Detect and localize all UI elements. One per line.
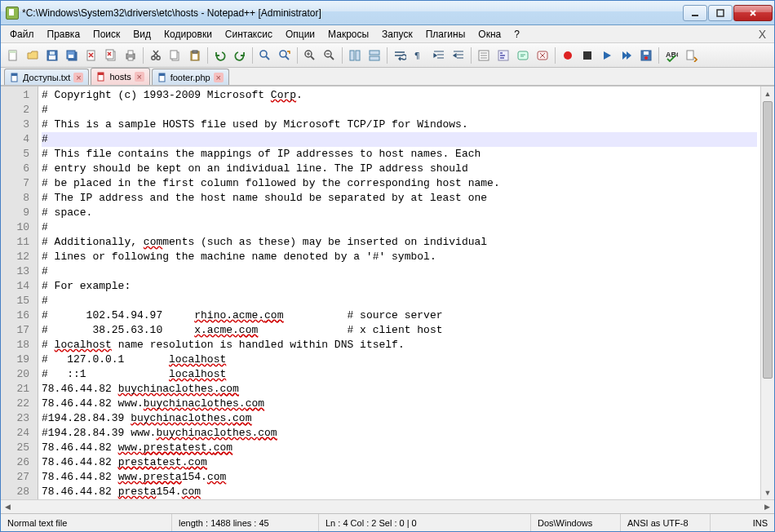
line-number[interactable]: 26: [1, 455, 38, 470]
comment-button[interactable]: [514, 47, 532, 64]
tab-close-icon[interactable]: ×: [73, 73, 83, 82]
record-button[interactable]: [559, 47, 577, 64]
save-button[interactable]: [43, 47, 61, 64]
line-number[interactable]: 1: [1, 88, 38, 103]
tab-hosts[interactable]: hosts×: [91, 68, 149, 85]
stop-button[interactable]: [578, 47, 596, 64]
line-number[interactable]: 18: [1, 338, 38, 352]
line-number[interactable]: 17: [1, 323, 38, 338]
line-number[interactable]: 12: [1, 250, 38, 264]
editor-line[interactable]: 78.46.44.82 www.prestatest.com: [42, 441, 757, 455]
scroll-up-arrow[interactable]: ▲: [761, 86, 774, 100]
open-file-button[interactable]: [24, 47, 42, 64]
editor-line[interactable]: # 127.0.0.1 localhost: [42, 352, 757, 367]
replace-button[interactable]: [276, 47, 294, 64]
editor-line[interactable]: #: [42, 294, 757, 308]
play-multi-button[interactable]: [618, 47, 636, 64]
editor-line[interactable]: # Additionally, comments (such as these)…: [42, 235, 757, 250]
close-button[interactable]: [733, 5, 773, 21]
editor-line[interactable]: #194.28.84.39 www.buychinaclothes.com: [42, 426, 757, 441]
scrollbar-thumb[interactable]: [763, 101, 773, 379]
menu-макросы[interactable]: Макросы: [322, 27, 374, 42]
line-number[interactable]: 23: [1, 411, 38, 426]
editor-line[interactable]: #194.28.84.39 buychinaclothes.com: [42, 411, 757, 426]
line-gutter[interactable]: 1234567891011121314151617181920212223242…: [1, 86, 38, 499]
zoom-out-button[interactable]: [321, 47, 339, 64]
minimize-button[interactable]: [683, 5, 707, 21]
menu-опции[interactable]: Опции: [280, 27, 321, 42]
line-number[interactable]: 9: [1, 206, 38, 220]
titlebar[interactable]: *C:\Windows\System32\drivers\etc\hosts -…: [1, 1, 774, 25]
folder-button[interactable]: [475, 47, 493, 64]
sync-v-button[interactable]: [346, 47, 364, 64]
line-number[interactable]: 2: [1, 103, 38, 117]
text-editor[interactable]: # Copyright (c) 1993-2009 Microsoft Corp…: [38, 86, 760, 499]
close-all-button[interactable]: [102, 47, 120, 64]
tab-footer-php[interactable]: footer.php×: [152, 69, 229, 85]
scroll-down-arrow[interactable]: ▼: [761, 485, 774, 499]
print-button[interactable]: [122, 47, 140, 64]
editor-line[interactable]: #: [42, 132, 757, 147]
maximize-button[interactable]: [708, 5, 733, 21]
horizontal-scrollbar[interactable]: ◀ ▶: [1, 499, 774, 513]
line-number[interactable]: 25: [1, 441, 38, 455]
editor-line[interactable]: #: [42, 264, 757, 279]
tab--txt[interactable]: Доступы.txt×: [4, 69, 89, 85]
line-number[interactable]: 27: [1, 470, 38, 485]
uncomment-button[interactable]: [534, 47, 551, 64]
save-macro-button[interactable]: [637, 47, 655, 64]
zoom-in-button[interactable]: [301, 47, 319, 64]
menu-?[interactable]: ?: [508, 27, 525, 42]
scroll-left-arrow[interactable]: ◀: [1, 500, 15, 513]
line-number[interactable]: 10: [1, 220, 38, 235]
tab-close-icon[interactable]: ×: [214, 73, 224, 82]
editor-line[interactable]: # ::1 localhost: [42, 367, 757, 382]
func-list-button[interactable]: [494, 47, 512, 64]
editor-line[interactable]: # The IP address and the host name shoul…: [42, 191, 757, 206]
editor-line[interactable]: # space.: [42, 206, 757, 220]
tab-close-icon[interactable]: ×: [135, 72, 144, 82]
doc-end-button[interactable]: [682, 47, 700, 64]
editor-line[interactable]: # localhost name resolution is handled w…: [42, 338, 757, 352]
editor-line[interactable]: 78.46.44.82 www.buychinaclothes.com: [42, 397, 757, 411]
undo-button[interactable]: [211, 47, 229, 64]
line-number[interactable]: 20: [1, 367, 38, 382]
line-number[interactable]: 13: [1, 264, 38, 279]
menu-вид[interactable]: Вид: [127, 27, 157, 42]
menu-кодировки[interactable]: Кодировки: [158, 27, 218, 42]
editor-line[interactable]: # lines or following the machine name de…: [42, 250, 757, 264]
scroll-right-arrow[interactable]: ▶: [760, 500, 774, 513]
menu-плагины[interactable]: Плагины: [420, 27, 472, 42]
find-button[interactable]: [256, 47, 274, 64]
editor-line[interactable]: # This is a sample HOSTS file used by Mi…: [42, 117, 757, 132]
new-file-button[interactable]: [4, 47, 22, 64]
menu-правка[interactable]: Правка: [42, 27, 86, 42]
editor-line[interactable]: # entry should be kept on an individual …: [42, 162, 757, 176]
editor-line[interactable]: #: [42, 220, 757, 235]
outdent-button[interactable]: [450, 47, 467, 64]
menu-запуск[interactable]: Запуск: [376, 27, 418, 42]
line-number[interactable]: 4: [1, 132, 38, 147]
vertical-scrollbar[interactable]: ▲ ▼: [760, 86, 774, 499]
editor-line[interactable]: # 102.54.94.97 rhino.acme.com # source s…: [42, 308, 757, 323]
editor-line[interactable]: 78.46.44.82 buychinaclothes.com: [42, 382, 757, 397]
editor-line[interactable]: # This file contains the mappings of IP …: [42, 147, 757, 162]
line-number[interactable]: 21: [1, 382, 38, 397]
cut-button[interactable]: [147, 47, 165, 64]
editor-line[interactable]: # For example:: [42, 279, 757, 294]
mdi-close-button[interactable]: X: [754, 28, 771, 41]
menu-окна[interactable]: Окна: [472, 27, 507, 42]
line-number[interactable]: 22: [1, 397, 38, 411]
menu-синтаксис[interactable]: Синтаксис: [219, 27, 278, 42]
editor-line[interactable]: 78.46.44.82 prestatest.com: [42, 455, 757, 470]
spell-check-button[interactable]: ABC: [662, 47, 680, 64]
line-number[interactable]: 28: [1, 485, 38, 499]
line-number[interactable]: 15: [1, 294, 38, 308]
play-button[interactable]: [598, 47, 616, 64]
line-number[interactable]: 14: [1, 279, 38, 294]
editor-line[interactable]: 78.46.44.82 presta154.com: [42, 485, 757, 499]
paste-button[interactable]: [186, 47, 204, 64]
line-number[interactable]: 24: [1, 426, 38, 441]
line-number[interactable]: 6: [1, 162, 38, 176]
sync-h-button[interactable]: [365, 47, 383, 64]
